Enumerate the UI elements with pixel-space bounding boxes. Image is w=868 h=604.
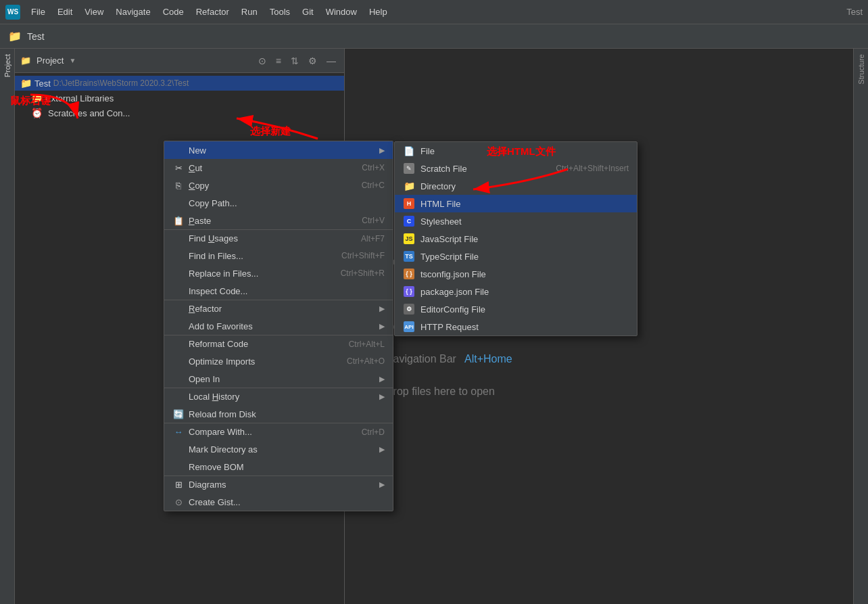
ctx-refactor-label: Refactor — [189, 304, 375, 314]
menu-view[interactable]: View — [79, 4, 109, 20]
ctx-item-gist[interactable]: ⊙ Create Gist... — [164, 493, 393, 511]
sub-scratch-shortcut: Ctrl+Alt+Shift+Insert — [556, 164, 629, 173]
panel-header: 📁 Project ▼ ⊙ ≡ ⇅ ⚙ — — [15, 49, 344, 73]
sub-item-file[interactable]: 📄 File — [395, 142, 637, 160]
ctx-inspect-label: Inspect Code... — [189, 286, 385, 296]
submenu-new: 📄 File ✎ Scratch File Ctrl+Alt+Shift+Ins… — [394, 141, 637, 336]
ctx-item-new[interactable]: New ▶ 📄 File ✎ Scratch File Ctrl+Alt+Shi… — [164, 141, 393, 159]
ctx-item-mark-dir[interactable]: Mark Directory as ▶ — [164, 440, 393, 458]
ctx-item-favorites[interactable]: Add to Favorites ▶ — [164, 317, 393, 335]
ctx-optimize-label: Optimize Imports — [189, 356, 339, 367]
ctx-replace-shortcut: Ctrl+Shift+R — [341, 269, 385, 278]
ctx-mark-dir-label: Mark Directory as — [189, 444, 375, 455]
menu-code[interactable]: Code — [158, 4, 189, 20]
ctx-item-cut[interactable]: ✂ Cut Ctrl+X — [164, 159, 393, 177]
css-icon-wrap: C — [403, 216, 415, 227]
ctx-item-optimize[interactable]: Optimize Imports Ctrl+Alt+O — [164, 352, 393, 370]
ctx-find-usages-shortcut: Alt+F7 — [361, 234, 385, 243]
panel-dropdown-arrow[interactable]: ▼ — [69, 57, 76, 64]
directory-icon: 📁 — [403, 181, 415, 191]
tree-ext-lib-label: External Libraries — [45, 93, 114, 103]
sub-api-label: HTTP Request — [420, 322, 629, 332]
ctx-item-reload[interactable]: 🔄 Reload from Disk — [164, 405, 393, 423]
ctx-item-replace[interactable]: Replace in Files... Ctrl+Shift+R — [164, 264, 393, 282]
menu-file[interactable]: File — [26, 4, 51, 20]
sub-item-editorconfig[interactable]: ⚙ EditorConfig File — [395, 300, 637, 318]
menu-navigate[interactable]: Navigate — [110, 4, 155, 20]
sub-tsconfig-label: tsconfig.json File — [420, 269, 629, 279]
menu-refactor[interactable]: Refactor — [191, 4, 235, 20]
project-title: Test — [27, 31, 45, 42]
title-bar: 📁 Test — [0, 24, 868, 49]
sub-item-ts[interactable]: TS TypeScript File — [395, 248, 637, 265]
ctx-compare-label: Compare With... — [189, 427, 354, 437]
menu-tools[interactable]: Tools — [264, 4, 295, 20]
ctx-item-find-usages[interactable]: Find Usages Alt+F7 — [164, 229, 393, 247]
ctx-item-find-in-files[interactable]: Find in Files... Ctrl+Shift+F — [164, 247, 393, 264]
sub-ts-label: TypeScript File — [420, 252, 629, 262]
file-icon: 📄 — [403, 146, 415, 156]
menu-run[interactable]: Run — [236, 4, 263, 20]
sub-item-stylesheet[interactable]: C Stylesheet — [395, 212, 637, 230]
sidebar-structure[interactable]: Structure — [855, 49, 867, 90]
main-layout: Project 📁 Project ▼ ⊙ ≡ ⇅ ⚙ — 📁 Test D:\… — [0, 49, 868, 604]
ctx-item-inspect[interactable]: Inspect Code... — [164, 282, 393, 300]
panel-folder-icon: 📁 — [20, 55, 31, 66]
right-sidebar: Structure — [853, 49, 868, 604]
tree-ext-lib-icon: 📁 — [31, 93, 43, 103]
ctx-item-local-history[interactable]: Local History ▶ — [164, 388, 393, 405]
ctx-open-in-arrow: ▶ — [379, 375, 385, 384]
tree-item-test[interactable]: 📁 Test D:\JetBrains\WebStorm 2020.3.2\Te… — [15, 76, 344, 91]
sub-css-label: Stylesheet — [420, 216, 629, 227]
ctx-new-label: New — [189, 145, 375, 156]
sidebar-label-project[interactable]: Project — [1, 49, 14, 83]
tsconfig-icon-wrap: { } — [403, 269, 415, 279]
menu-git[interactable]: Git — [297, 4, 319, 20]
tree-item-ext-libraries[interactable]: 📁 External Libraries — [15, 91, 344, 106]
sub-html-label: HTML File — [420, 199, 629, 209]
api-icon-wrap: API — [403, 321, 415, 332]
ctx-item-diagrams[interactable]: ⊞ Diagrams ▶ — [164, 475, 393, 493]
sub-item-tsconfig[interactable]: { } tsconfig.json File — [395, 265, 637, 283]
project-panel: 📁 Project ▼ ⊙ ≡ ⇅ ⚙ — 📁 Test D:\JetBrain… — [15, 49, 345, 604]
ctx-favorites-arrow: ▶ — [379, 322, 385, 331]
collapse-icon[interactable]: ≡ — [273, 54, 284, 68]
ctx-item-open-in[interactable]: Open In ▶ — [164, 370, 393, 388]
menu-help[interactable]: Help — [364, 4, 393, 20]
sub-item-js[interactable]: JS JavaScript File — [395, 230, 637, 248]
left-sidebar: Project — [0, 49, 15, 604]
sub-scratch-label: Scratch File — [420, 164, 556, 174]
locate-icon[interactable]: ⊙ — [256, 54, 269, 68]
ctx-item-copy-path[interactable]: Copy Path... — [164, 194, 393, 212]
ctx-item-remove-bom[interactable]: Remove BOM — [164, 458, 393, 475]
ctx-item-copy[interactable]: ⎘ Copy Ctrl+C — [164, 177, 393, 194]
tree-folder-icon: 📁 — [20, 78, 32, 89]
ctx-replace-label: Replace in Files... — [189, 269, 333, 279]
ctx-refactor-arrow: ▶ — [379, 304, 385, 313]
sub-pkg-label: package.json File — [420, 287, 629, 297]
menu-edit[interactable]: Edit — [52, 4, 78, 20]
sub-item-directory[interactable]: 📁 Directory — [395, 177, 637, 195]
app-logo: WS — [5, 5, 20, 20]
ctx-item-paste[interactable]: 📋 Paste Ctrl+V — [164, 212, 393, 229]
settings-icon[interactable]: ⚙ — [306, 54, 320, 68]
ctx-item-reformat[interactable]: Reformat Code Ctrl+Alt+L — [164, 335, 393, 352]
ctx-paste-shortcut: Ctrl+V — [362, 216, 385, 225]
sub-item-package-json[interactable]: { } package.json File — [395, 283, 637, 300]
copy-icon: ⎘ — [172, 181, 185, 191]
diagrams-icon: ⊞ — [172, 480, 185, 490]
sub-item-http-request[interactable]: API HTTP Request — [395, 318, 637, 335]
minimize-icon[interactable]: — — [324, 54, 339, 68]
menu-window[interactable]: Window — [320, 4, 362, 20]
tree-item-scratches[interactable]: ⏰ Scratches and Con... — [15, 106, 344, 120]
ctx-item-compare[interactable]: ↔ Compare With... Ctrl+D — [164, 423, 393, 440]
sub-item-scratch[interactable]: ✎ Scratch File Ctrl+Alt+Shift+Insert — [395, 160, 637, 177]
ctx-item-refactor[interactable]: Refactor ▶ — [164, 300, 393, 317]
sub-item-html[interactable]: H HTML File — [395, 195, 637, 212]
project-tree: 📁 Test D:\JetBrains\WebStorm 2020.3.2\Te… — [15, 73, 344, 123]
reload-icon: 🔄 — [172, 409, 185, 419]
tree-item-label: Test — [34, 78, 51, 89]
sub-cfg-label: EditorConfig File — [420, 304, 629, 315]
ctx-diagrams-label: Diagrams — [189, 480, 375, 490]
sort-icon[interactable]: ⇅ — [288, 54, 302, 68]
